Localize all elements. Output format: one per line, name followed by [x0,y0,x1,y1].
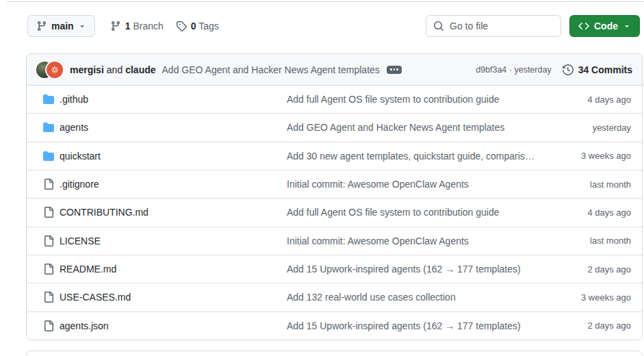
chevron-down-icon [78,22,86,30]
file-commit-message-link[interactable]: Add GEO Agent and Hacker News Agent temp… [287,122,543,133]
table-row: agents Add GEO Agent and Hacker News Age… [27,113,642,141]
git-branch-icon [110,21,121,31]
file-commit-age: 2 days ago [549,264,631,275]
file-icon [43,207,54,218]
file-commit-message-link[interactable]: Add 15 Upwork-inspired agents (162 → 177… [287,320,543,331]
file-commit-message-link[interactable]: Add 132 real-world use cases collection [287,292,543,303]
commit-description-expander[interactable] [387,66,402,74]
file-name-link[interactable]: LICENSE [60,236,281,246]
table-row: quickstart Add 30 new agent templates, q… [27,142,642,170]
file-name-link[interactable]: USE-CASES.md [60,292,281,303]
avatar-stack[interactable] [36,62,63,78]
code-button[interactable]: Code [569,15,640,37]
file-icon [43,179,54,190]
file-icon [43,292,54,303]
go-to-file-box [426,15,561,37]
commit-sha-and-time[interactable]: d9bf3a4 · yesterday [476,65,552,75]
file-commit-message-link[interactable]: Add 15 Upwork-inspired agents (162 → 177… [287,264,543,275]
file-name-link[interactable]: .github [60,94,281,105]
file-icon [43,236,54,246]
commit-author-secondary[interactable]: claude [125,64,155,75]
file-rows: .github Add full Agent OS file system to… [27,86,642,340]
file-commit-age: last month [549,236,631,246]
file-commit-age: 3 weeks ago [549,292,631,303]
folder-icon [43,151,54,162]
tags-link[interactable]: 0 Tags [176,21,219,31]
code-button-label: Code [594,21,618,31]
folder-icon [43,122,54,133]
commit-author-primary[interactable]: mergisi [70,64,104,75]
file-commit-age: 4 days ago [549,207,631,218]
file-name-link[interactable]: .gitignore [60,179,281,190]
code-icon [578,21,589,31]
folder-icon [43,94,54,105]
repo-toolbar: main 1 Branch 0 Tags [27,15,644,37]
tags-count: 0 [191,21,196,31]
table-row: LICENSE Initial commit: Awesome OpenClaw… [27,227,642,255]
latest-commit-header: mergisi and claude Add GEO Agent and Hac… [27,54,642,86]
branch-selector-label: main [51,21,74,31]
tags-label: Tags [198,21,219,31]
chevron-down-icon [623,22,631,30]
file-tree-table: mergisi and claude Add GEO Agent and Hac… [26,53,643,340]
file-commit-message-link[interactable]: Add full Agent OS file system to contrib… [287,207,543,218]
file-commit-age: 3 weeks ago [549,151,631,161]
file-commit-age: yesterday [549,123,631,133]
branches-link[interactable]: 1 Branch [110,21,164,31]
file-commit-message-link[interactable]: Add full Agent OS file system to contrib… [287,94,543,105]
table-row: CONTRIBUTING.md Add full Agent OS file s… [27,198,642,226]
file-name-link[interactable]: CONTRIBUTING.md [60,207,281,218]
tag-icon [176,21,187,31]
commits-count-label: 34 Commits [578,64,632,75]
branches-label: Branch [133,21,163,31]
file-commit-age: 2 days ago [549,320,631,331]
branches-count: 1 [125,21,131,31]
file-name-link[interactable]: agents.json [60,320,281,331]
commit-history-link[interactable]: 34 Commits [563,64,632,75]
table-row: USE-CASES.md Add 132 real-world use case… [27,283,642,311]
claude-starburst-icon [50,65,60,75]
table-row: README.md Add 15 Upwork-inspired agents … [27,255,642,283]
history-icon [563,64,574,75]
page-top-divider [7,1,644,2]
commit-author-conjunction: and [107,64,123,75]
readme-section-stub [26,351,643,356]
latest-commit-message[interactable]: Add GEO Agent and Hacker News Agent temp… [162,64,380,75]
file-commit-age: 4 days ago [549,94,631,105]
file-name-link[interactable]: quickstart [60,151,281,162]
table-row: .github Add full Agent OS file system to… [27,86,642,113]
file-icon [43,264,54,275]
table-row: agents.json Add 15 Upwork-inspired agent… [27,312,642,340]
file-commit-message-link[interactable]: Initial commit: Awesome OpenClaw Agents [287,236,543,246]
avatar-claude [47,62,63,78]
branch-selector-button[interactable]: main [27,15,95,37]
table-row: .gitignore Initial commit: Awesome OpenC… [27,170,642,198]
file-commit-age: last month [549,179,631,190]
git-branch-icon [36,21,47,31]
file-icon [43,320,54,331]
file-name-link[interactable]: README.md [60,264,281,275]
file-commit-message-link[interactable]: Initial commit: Awesome OpenClaw Agents [287,179,543,190]
file-name-link[interactable]: agents [60,122,281,133]
search-icon [433,21,444,31]
go-to-file-input[interactable] [450,21,554,31]
file-commit-message-link[interactable]: Add 30 new agent templates, quickstart g… [287,151,543,162]
